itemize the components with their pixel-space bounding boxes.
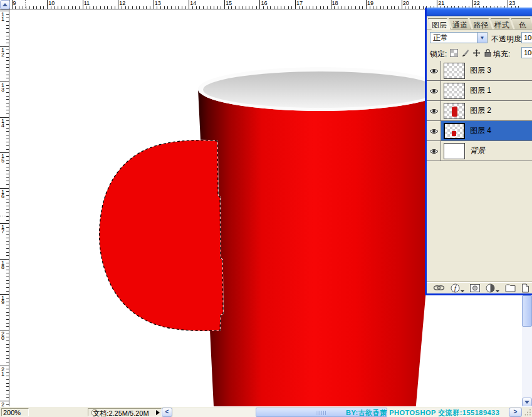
ruler-minor-tick — [6, 273, 9, 273]
visibility-toggle[interactable] — [427, 121, 441, 140]
layers-palette: 图层通道路径样式色 正常 ▼ 不透明度: 100 锁定: 填充: 100 图层 … — [425, 8, 532, 295]
layer-thumbnail[interactable] — [444, 63, 465, 79]
layer-row[interactable]: 图层 1 — [427, 81, 532, 101]
ruler-minor-tick — [6, 92, 9, 93]
visibility-toggle[interactable] — [427, 141, 441, 161]
blend-mode-value: 正常 — [433, 33, 448, 43]
ruler-number: 14 — [190, 1, 196, 6]
scroll-down-button[interactable] — [522, 398, 532, 407]
ruler-minor-tick — [6, 340, 9, 341]
transparency-lock-icon[interactable] — [449, 48, 459, 58]
ruler-minor-tick — [398, 6, 399, 9]
fill-input[interactable]: 100 — [521, 47, 532, 58]
ruler-minor-tick — [6, 326, 9, 327]
layer-style-icon[interactable]: f — [451, 283, 464, 293]
ruler-minor-tick — [355, 6, 356, 9]
chevron-down-icon[interactable]: ▼ — [477, 33, 487, 43]
layer-thumbnail[interactable] — [444, 103, 465, 119]
link-icon[interactable] — [433, 285, 445, 291]
ruler-minor-tick — [164, 6, 165, 9]
layer-thumbnail[interactable] — [444, 123, 465, 139]
palette-titlebar[interactable] — [427, 8, 532, 16]
tab-3[interactable]: 路径 — [469, 18, 492, 29]
lock-label: 锁定: — [430, 49, 447, 60]
new-group-icon[interactable] — [505, 284, 516, 292]
layer-row[interactable]: 图层 4 — [427, 121, 532, 141]
ruler-minor-tick — [6, 372, 9, 373]
ruler-major-tick — [83, 0, 83, 9]
eye-icon — [429, 145, 439, 157]
layer-row[interactable]: 图层 2 — [427, 101, 532, 121]
ruler-minor-tick — [65, 6, 65, 9]
ruler-minor-tick — [185, 6, 186, 9]
tab-5[interactable]: 色 — [511, 18, 532, 29]
ruler-minor-tick — [6, 252, 9, 253]
ruler-minor-tick — [86, 6, 86, 9]
visibility-toggle[interactable] — [427, 101, 441, 120]
ruler-number: 1 4 — [1, 119, 4, 128]
ruler-minor-tick — [270, 6, 271, 9]
ruler-minor-tick — [175, 6, 175, 9]
ruler-minor-tick — [150, 6, 150, 9]
resize-grip-icon[interactable] — [524, 409, 531, 417]
ruler-minor-tick — [6, 319, 9, 320]
visibility-toggle[interactable] — [427, 61, 441, 80]
opacity-input[interactable]: 100 — [521, 32, 532, 43]
lock-all-icon[interactable] — [483, 48, 493, 58]
scroll-left-button[interactable]: < — [162, 408, 172, 417]
tab-2[interactable]: 通道 — [449, 18, 471, 29]
ruler-minor-tick — [6, 139, 9, 139]
layer-thumbnail[interactable] — [444, 143, 465, 159]
ruler-minor-tick — [6, 131, 9, 132]
ruler-minor-tick — [6, 156, 9, 157]
ruler-minor-tick — [278, 6, 278, 9]
ruler-minor-tick — [6, 184, 9, 185]
layer-row[interactable]: 背景 — [427, 141, 532, 161]
ruler-minor-tick — [362, 6, 363, 9]
ruler-minor-tick — [6, 88, 9, 89]
tab-4[interactable]: 样式 — [491, 18, 513, 29]
ruler-minor-tick — [143, 6, 143, 9]
status-menu-arrow-icon[interactable] — [156, 410, 160, 415]
paint-lock-icon[interactable] — [461, 48, 470, 58]
ruler-minor-tick — [210, 6, 211, 9]
scroll-up-button[interactable] — [0, 0, 10, 9]
document-size-text: 文档:2.25M/5.20M — [88, 409, 154, 417]
blend-mode-select[interactable]: 正常 ▼ — [430, 32, 488, 43]
visibility-toggle[interactable] — [427, 81, 441, 100]
layer-name[interactable]: 背景 — [470, 145, 485, 156]
move-lock-icon[interactable] — [472, 48, 481, 58]
layer-mask-icon[interactable] — [470, 284, 480, 292]
adjustment-layer-icon[interactable] — [486, 283, 499, 293]
ruler-minor-tick — [6, 323, 9, 324]
ruler-number: 1 9 — [1, 296, 4, 305]
scroll-right-button[interactable]: > — [509, 408, 522, 417]
layer-name[interactable]: 图层 3 — [470, 65, 491, 76]
ruler-number: 17 — [296, 1, 303, 6]
layer-row[interactable]: 图层 3 — [427, 61, 532, 81]
ruler-minor-tick — [239, 6, 239, 9]
eye-icon — [429, 125, 439, 137]
ruler-minor-tick — [182, 6, 182, 9]
ruler-minor-tick — [29, 6, 30, 9]
vertical-scrollbar-thumb[interactable] — [522, 295, 532, 327]
ruler-minor-tick — [51, 6, 51, 9]
tab-1[interactable]: 图层 — [428, 18, 451, 29]
ruler-number: 1 2 — [1, 48, 4, 57]
ruler-minor-tick — [6, 291, 9, 292]
layer-thumbnail[interactable] — [444, 83, 465, 99]
ruler-minor-tick — [6, 174, 9, 174]
ruler-minor-tick — [274, 6, 274, 9]
layer-name[interactable]: 图层 4 — [470, 125, 491, 136]
ruler-minor-tick — [6, 110, 9, 110]
zoom-level-field[interactable]: 200% — [1, 408, 29, 416]
layer-name[interactable]: 图层 2 — [470, 105, 491, 116]
ruler-minor-tick — [6, 78, 9, 78]
chevron-up-icon — [3, 3, 8, 6]
ruler-number: 1 7 — [1, 225, 4, 234]
ruler-minor-tick — [6, 96, 9, 97]
palette-tabs: 图层通道路径样式色 — [427, 16, 532, 29]
new-layer-icon[interactable] — [521, 283, 529, 293]
ruler-number: 1 1 — [1, 13, 4, 21]
layer-name[interactable]: 图层 1 — [470, 85, 491, 96]
